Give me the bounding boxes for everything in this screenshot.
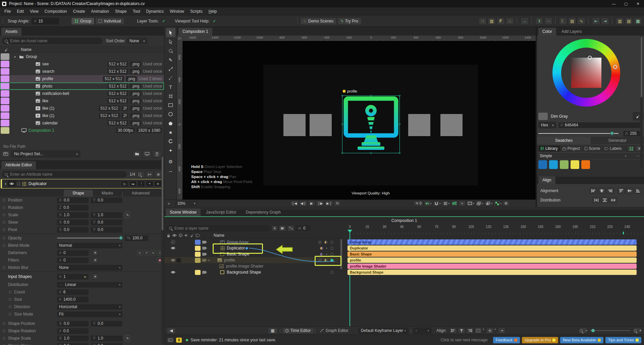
align-left-icon[interactable]: ⇤ — [592, 17, 600, 25]
scatter-icon[interactable]: ∴ — [506, 17, 514, 25]
kf-align-right-button[interactable] — [466, 328, 474, 334]
color-panel-scrollbar[interactable] — [640, 36, 643, 169]
tag-icon[interactable] — [202, 253, 207, 256]
tag-filter-icon[interactable] — [279, 225, 286, 231]
viewport-tool-help-check-icon[interactable]: ✓ — [213, 19, 216, 23]
current-color-chip[interactable] — [538, 113, 548, 120]
distribution-select[interactable]: ⋯Linear▾ — [57, 282, 122, 288]
scale-x-field[interactable]: X1.0 — [57, 212, 89, 218]
minimize-button[interactable]: — — [608, 0, 620, 7]
position-x-field[interactable]: X0.0 — [57, 197, 89, 203]
zoom-out-icon[interactable]: − — [580, 328, 587, 334]
tab-advanced[interactable]: Advanced — [123, 190, 158, 196]
upgrade-to-pro-button[interactable]: Upgrade to Pro — [522, 337, 558, 343]
crescent-icon[interactable]: ☾ — [559, 17, 567, 25]
layer-color-chip[interactable] — [195, 240, 201, 245]
demo-scenes-button[interactable]: ∴ Demo Scenes — [300, 17, 337, 25]
edit-shape-tool[interactable] — [166, 64, 175, 73]
swatch-source-scene[interactable]: Scene — [582, 146, 602, 152]
eye-toggle[interactable] — [170, 257, 176, 263]
knife-tool[interactable] — [166, 73, 175, 82]
collapse-left-button[interactable]: ◀ — [167, 328, 176, 334]
tab-add-layers[interactable]: Add Layers — [557, 28, 586, 36]
try-pro-button[interactable]: ϟ Try Pro — [337, 17, 361, 25]
align-right-icon[interactable]: ⇥ — [601, 17, 609, 25]
card-icon[interactable]: ▤ — [568, 17, 576, 25]
asset-color-chip[interactable] — [1, 61, 9, 67]
rectangle-tool[interactable] — [166, 101, 175, 110]
skew-y-field[interactable]: Y0.0 — [91, 220, 122, 225]
time-editor-button[interactable]: Time Editor — [282, 328, 314, 334]
distribute-spacing-button[interactable] — [609, 197, 617, 203]
eye-toggle[interactable] — [170, 270, 176, 275]
grid-dots-icon[interactable]: ∷ — [479, 17, 487, 25]
layer-search-input[interactable]: Enter a layer name — [166, 225, 270, 232]
add-input-shape-button[interactable]: + — [92, 274, 98, 280]
graph-editor-button[interactable]: Graph Editor — [317, 328, 352, 334]
rows-icon[interactable]: ▤ — [625, 17, 633, 25]
keyframe-bullet[interactable] — [3, 322, 5, 325]
shape-position-y-field[interactable]: Y0.0 — [91, 321, 122, 327]
swatch-source-project[interactable]: Project — [560, 146, 582, 152]
keyframe-bullet[interactable] — [3, 199, 5, 202]
timeline-zoom-handle[interactable] — [591, 329, 595, 332]
hue-handle[interactable] — [613, 65, 618, 69]
eye-toggle[interactable] — [170, 245, 176, 251]
layer-color-chip[interactable] — [195, 258, 201, 263]
disabled-dot[interactable] — [318, 241, 321, 244]
asset-row-see[interactable]: see 512 x 512.pngUsed once — [0, 60, 164, 68]
close-button[interactable]: ✕ — [632, 0, 644, 7]
pivot-x-field[interactable]: X0.0 — [57, 227, 89, 233]
tab-color[interactable]: Color — [538, 28, 556, 36]
secondary-select[interactable]: - ▾ — [413, 328, 432, 334]
alpha-field[interactable]: A 255 — [623, 131, 641, 136]
saturation-value-square[interactable] — [571, 58, 601, 88]
asset-color-chip[interactable] — [1, 120, 9, 126]
tips-and-tricks-button[interactable]: Tips and Tricks — [605, 337, 641, 343]
ellipse-tool[interactable] — [166, 110, 175, 119]
work-area-end-marker[interactable] — [623, 232, 624, 234]
project-set-select[interactable]: No Project Set... ▾ — [11, 150, 80, 158]
message-count-badge[interactable]: 9 — [176, 338, 182, 343]
layer-color-chip[interactable] — [195, 246, 201, 251]
asset-row-search[interactable]: search 512 x 512.pngUsed once — [0, 68, 164, 75]
checker-icon[interactable] — [494, 200, 500, 206]
add-list-icon[interactable]: ≡+ — [146, 171, 153, 178]
keyframe-bullet[interactable] — [9, 298, 11, 301]
align-left-button[interactable] — [590, 188, 597, 194]
bars-icon[interactable]: ‖ — [535, 17, 543, 25]
half-dot[interactable] — [320, 253, 323, 256]
pin-icon[interactable]: ᛏ — [138, 181, 145, 187]
align-center-h-button[interactable] — [598, 188, 605, 194]
tag-icon[interactable] — [202, 241, 207, 244]
keyframe-bullet[interactable] — [9, 313, 11, 315]
duplicated-image[interactable] — [310, 114, 332, 136]
asset-color-chip[interactable] — [1, 105, 9, 112]
keyframe-bullet[interactable] — [3, 330, 5, 332]
menu-item-window[interactable]: Window — [167, 7, 187, 15]
tab-javascript-editor[interactable]: JavaScript Editor — [202, 209, 240, 216]
grid-view-icon[interactable] — [627, 146, 635, 152]
flag-counter[interactable]: 0 — [414, 200, 423, 206]
compare-icon[interactable]: ⌖ — [146, 181, 153, 187]
render-settings-gear-icon[interactable]: ⚙ — [503, 200, 509, 206]
menu-item-shape[interactable]: Shape — [112, 7, 130, 15]
menu-item-file[interactable]: File — [1, 7, 14, 15]
clear-icon[interactable]: ⊗ — [155, 171, 162, 178]
tag-icon[interactable] — [202, 271, 207, 274]
solo-toggle[interactable] — [17, 182, 20, 185]
asset-row-like-1[interactable]: like (1) 512 x 5122f.pngUsed once — [0, 105, 164, 112]
layer-color-chip[interactable] — [195, 252, 201, 257]
prev-frame-button[interactable]: ◀❘ — [299, 200, 307, 206]
keyframe-bullet[interactable] — [3, 228, 5, 231]
text-tool[interactable]: T — [166, 82, 175, 92]
tag-icon[interactable] — [202, 247, 207, 250]
color-swatch[interactable] — [560, 160, 569, 169]
distribute-v-button[interactable] — [601, 197, 608, 203]
menu-item-dynamics[interactable]: Dynamics — [143, 7, 167, 15]
tab-composition-1[interactable]: Composition 1 — [178, 28, 212, 36]
color-swatch[interactable] — [538, 160, 547, 169]
list-icon[interactable]: ≡ — [137, 250, 143, 255]
timeline-bar-duplicator[interactable]: Duplicator — [347, 245, 637, 251]
alpha-slider-handle[interactable] — [610, 131, 614, 135]
